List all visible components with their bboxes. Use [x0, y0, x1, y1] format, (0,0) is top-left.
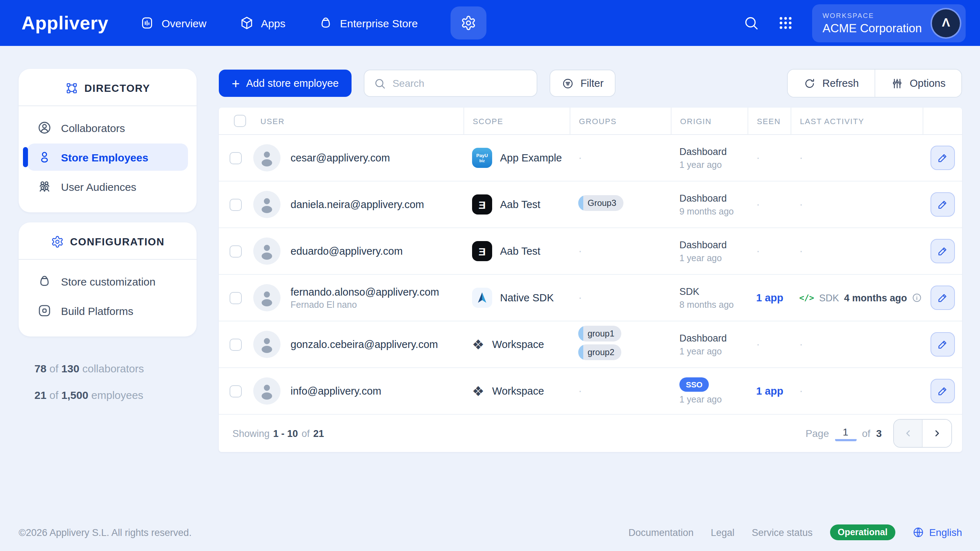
- sidebar-item-label: Store customization: [61, 275, 155, 287]
- collaborators-usage: 78 of 130 collaborators: [35, 362, 197, 374]
- edit-button[interactable]: [930, 146, 955, 170]
- user-avatar: [253, 191, 280, 218]
- showing-summary: Showing 1 - 10 of 21: [232, 428, 324, 439]
- nav-settings-button[interactable]: [451, 6, 487, 40]
- seen-apps-link[interactable]: 1 app: [756, 292, 783, 304]
- workspace-text: WORKSPACE ACME Corporation: [822, 11, 922, 35]
- footer-link-legal[interactable]: Legal: [711, 527, 735, 538]
- scope-label: App Example: [500, 152, 562, 164]
- edit-button[interactable]: [930, 192, 955, 217]
- edit-button[interactable]: [930, 332, 955, 357]
- native-sdk-icon: [472, 288, 492, 308]
- sidebar-item-label: Collaborators: [61, 122, 125, 134]
- user-email: daniela.neira@applivery.com: [291, 199, 424, 210]
- page-input[interactable]: [835, 426, 856, 441]
- aab-app-icon: Ǝ: [472, 241, 492, 261]
- empty-marker: ·: [578, 385, 582, 397]
- app-root: Applivery Overview Apps Enterprise Store: [0, 0, 980, 551]
- info-icon[interactable]: [912, 293, 922, 303]
- table-row: info@applivery.com ❖ Workspace · SSO 1 y…: [219, 368, 962, 415]
- workspace-name: ACME Corporation: [822, 21, 922, 35]
- options-button[interactable]: Options: [875, 70, 961, 97]
- employees-table: USER SCOPE GROUPS ORIGIN SEEN LAST ACTIV…: [219, 108, 962, 452]
- select-all-checkbox[interactable]: [234, 115, 246, 127]
- applivery-logo[interactable]: Applivery: [22, 12, 108, 34]
- user-name: Fernado El nano: [291, 299, 439, 310]
- overview-icon: [140, 16, 154, 30]
- chevron-right-icon: [932, 428, 942, 438]
- workspace-avatar[interactable]: Λ: [932, 9, 960, 37]
- nav-apps[interactable]: Apps: [239, 16, 285, 30]
- nav-enterprise-store[interactable]: Enterprise Store: [318, 16, 418, 30]
- origin-source: Dashboard: [679, 333, 748, 343]
- row-checkbox[interactable]: [229, 338, 242, 350]
- workspace-selector[interactable]: WORKSPACE ACME Corporation Λ: [812, 4, 966, 42]
- sidebar-item-store-employees[interactable]: Store Employees: [27, 143, 188, 171]
- table-actions-group: Refresh Options: [787, 69, 962, 97]
- search-input[interactable]: [393, 78, 537, 89]
- sidebar-item-collaborators[interactable]: Collaborators: [27, 114, 188, 141]
- empty-marker: ·: [799, 245, 803, 258]
- empty-marker: ·: [756, 151, 760, 164]
- sidebar-item-store-customization[interactable]: Store customization: [27, 268, 188, 295]
- configuration-card: CONFIGURATION Store customization Build …: [19, 222, 197, 336]
- user-avatar: [253, 331, 280, 358]
- column-header-scope: SCOPE: [463, 108, 570, 134]
- edit-button[interactable]: [930, 239, 955, 263]
- app-launcher-grid-icon[interactable]: [777, 15, 793, 31]
- row-checkbox[interactable]: [229, 198, 242, 210]
- table-row: gonzalo.cebeira@applivery.com ❖ Workspac…: [219, 322, 962, 368]
- workspace-label: WORKSPACE: [822, 11, 922, 19]
- top-nav: Applivery Overview Apps Enterprise Store: [0, 0, 980, 46]
- footer-link-service-status[interactable]: Service status: [752, 527, 813, 538]
- next-page-button[interactable]: [923, 420, 951, 447]
- table-footer: Showing 1 - 10 of 21 Page of 3: [219, 415, 962, 452]
- seen-apps-link[interactable]: 1 app: [756, 385, 783, 397]
- nav-enterprise-store-label: Enterprise Store: [340, 17, 418, 29]
- footer-link-documentation[interactable]: Documentation: [628, 527, 694, 538]
- origin-source: Dashboard: [679, 146, 748, 157]
- origin-source: Dashboard: [679, 239, 748, 250]
- search-icon: [374, 77, 386, 89]
- gear-icon: [461, 15, 477, 31]
- sidebar-item-build-platforms[interactable]: Build Platforms: [27, 297, 188, 324]
- edit-button[interactable]: [930, 379, 955, 403]
- refresh-icon: [803, 77, 816, 89]
- row-checkbox[interactable]: [229, 152, 242, 164]
- user-email: fernando.alonso@applivery.com: [291, 286, 439, 298]
- status-badge[interactable]: Operational: [830, 524, 895, 540]
- user-avatar: [253, 377, 280, 404]
- add-store-employee-button[interactable]: + Add store employee: [219, 70, 352, 97]
- column-header-user: USER: [252, 108, 463, 134]
- pagination: Page of 3: [806, 419, 952, 447]
- store-customization-bag-icon: [37, 274, 52, 288]
- edit-button[interactable]: [930, 285, 955, 310]
- previous-page-button[interactable]: [894, 420, 923, 447]
- sidebar-item-user-audiences[interactable]: User Audiences: [27, 173, 188, 200]
- row-checkbox[interactable]: [229, 385, 242, 397]
- column-header-last-activity: LAST ACTIVITY: [791, 108, 923, 134]
- empty-marker: ·: [799, 385, 803, 398]
- nav-overview-label: Overview: [161, 17, 206, 29]
- empty-marker: ·: [578, 245, 582, 257]
- scope-label: Native SDK: [500, 292, 554, 304]
- sso-badge: SSO: [679, 377, 709, 392]
- workspace-icon: ❖: [472, 384, 484, 398]
- chevron-left-icon: [903, 428, 913, 438]
- filter-icon: [562, 77, 574, 89]
- filter-button[interactable]: Filter: [550, 70, 616, 97]
- table-row: eduardo@applivery.com Ǝ Aab Test · Dashb…: [219, 228, 962, 275]
- user-email: cesar@applivery.com: [291, 152, 390, 164]
- language-selector[interactable]: English: [913, 527, 962, 538]
- code-icon: </>: [799, 293, 814, 303]
- main-menu: Overview Apps Enterprise Store: [140, 6, 487, 40]
- directory-card: DIRECTORY Collaborators Store Employees: [19, 69, 197, 212]
- nav-overview[interactable]: Overview: [140, 16, 206, 30]
- search-icon[interactable]: [743, 15, 759, 31]
- workspace-icon: ❖: [472, 338, 484, 351]
- scope-label: Aab Test: [500, 245, 540, 257]
- row-checkbox[interactable]: [229, 245, 242, 257]
- row-checkbox[interactable]: [229, 291, 242, 304]
- group-badge: Group3: [578, 195, 624, 211]
- refresh-button[interactable]: Refresh: [788, 70, 875, 97]
